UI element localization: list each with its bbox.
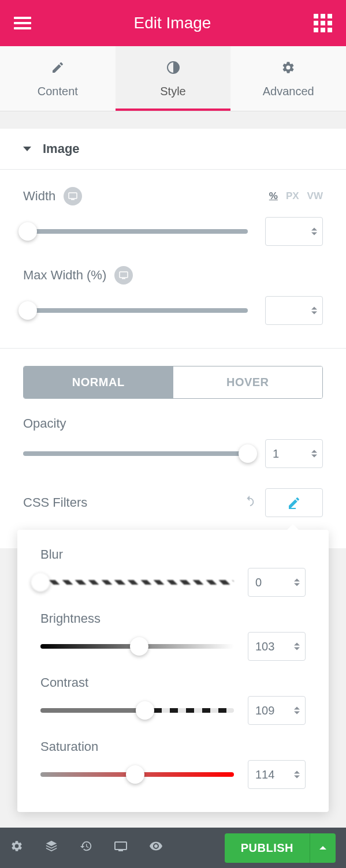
saturation-slider[interactable]	[40, 772, 234, 777]
width-label: Width	[23, 189, 55, 204]
tab-advanced-label: Advanced	[263, 85, 314, 98]
publish-button[interactable]: PUBLISH	[225, 833, 310, 863]
svg-rect-3	[120, 272, 128, 278]
brightness-input-wrap	[248, 632, 306, 661]
saturation-input-wrap	[248, 760, 306, 789]
max-width-slider[interactable]	[23, 308, 248, 313]
responsive-mode-icon[interactable]	[114, 840, 127, 855]
caret-down-icon	[23, 147, 31, 151]
css-filters-label: CSS Filters	[23, 495, 87, 510]
contrast-group: Contrast	[40, 675, 306, 725]
blur-input-wrap	[248, 568, 306, 597]
footer: PUBLISH	[0, 828, 346, 868]
state-tab-hover[interactable]: HOVER	[173, 366, 323, 398]
brightness-slider-thumb[interactable]	[130, 637, 148, 656]
preview-icon[interactable]	[149, 839, 163, 856]
section-title: Image	[43, 141, 80, 156]
section-header-image[interactable]: Image	[0, 129, 346, 169]
contrast-label: Contrast	[40, 675, 306, 690]
opacity-label: Opacity	[23, 416, 323, 431]
saturation-label: Saturation	[40, 739, 306, 754]
saturation-group: Saturation	[40, 739, 306, 789]
blur-label: Blur	[40, 547, 306, 562]
blur-slider-thumb[interactable]	[31, 573, 50, 592]
layers-icon[interactable]	[45, 840, 58, 856]
svg-rect-2	[71, 199, 75, 200]
header: Edit Image	[0, 0, 346, 46]
tab-advanced[interactable]: Advanced	[230, 46, 346, 111]
saturation-slider-row	[40, 760, 306, 789]
responsive-icon[interactable]	[64, 187, 82, 205]
css-filters-edit-button[interactable]	[265, 488, 323, 517]
tab-style-label: Style	[160, 85, 185, 98]
history-icon[interactable]	[80, 840, 92, 856]
spacer	[0, 111, 346, 129]
tab-style[interactable]: Style	[116, 46, 231, 111]
tab-content-label: Content	[38, 85, 78, 98]
apps-icon[interactable]	[314, 14, 332, 32]
max-width-slider-row	[23, 296, 323, 325]
header-title: Edit Image	[134, 14, 211, 32]
menu-icon[interactable]	[14, 17, 31, 29]
opacity-input-wrap	[265, 439, 323, 468]
opacity-slider-row	[23, 439, 323, 468]
gear-icon	[230, 61, 346, 78]
max-width-spinner[interactable]	[311, 307, 317, 315]
max-width-input-wrap	[265, 296, 323, 325]
caret-up-icon	[319, 846, 326, 850]
svg-rect-1	[69, 193, 77, 199]
saturation-slider-thumb[interactable]	[126, 765, 144, 784]
blur-spinner[interactable]	[294, 579, 300, 586]
css-filters-row: CSS Filters	[23, 488, 323, 517]
width-label-wrap: Width	[23, 187, 82, 205]
brightness-group: Brightness	[40, 611, 306, 661]
opacity-spinner[interactable]	[311, 450, 317, 458]
unit-px[interactable]: PX	[286, 190, 299, 202]
svg-rect-5	[289, 508, 296, 509]
state-section: NORMAL HOVER Opacity CSS Filters	[0, 349, 346, 540]
width-row: Width % PX VW	[23, 187, 323, 205]
pencil-icon	[0, 61, 116, 78]
opacity-slider-thumb[interactable]	[239, 444, 257, 463]
width-spinner[interactable]	[311, 228, 317, 235]
contrast-icon	[116, 61, 231, 78]
contrast-slider[interactable]	[40, 708, 234, 713]
width-input-wrap	[265, 217, 323, 246]
saturation-spinner[interactable]	[294, 771, 300, 779]
responsive-icon[interactable]	[114, 266, 133, 285]
max-width-slider-thumb[interactable]	[18, 301, 37, 320]
brightness-slider-row	[40, 632, 306, 661]
contrast-slider-row	[40, 696, 306, 725]
svg-rect-7	[118, 850, 123, 851]
svg-rect-6	[115, 842, 127, 850]
max-width-label-wrap: Max Width (%)	[23, 266, 133, 285]
contrast-spinner[interactable]	[294, 707, 300, 714]
brightness-slider[interactable]	[40, 644, 234, 649]
width-slider-thumb[interactable]	[18, 222, 37, 241]
opacity-slider[interactable]	[23, 451, 248, 456]
brightness-label: Brightness	[40, 611, 306, 626]
reset-icon[interactable]	[243, 495, 256, 511]
blur-slider-row	[40, 568, 306, 597]
max-width-label: Max Width (%)	[23, 268, 106, 283]
width-slider[interactable]	[23, 229, 248, 234]
blur-group: Blur	[40, 547, 306, 597]
tab-content[interactable]: Content	[0, 46, 116, 111]
width-slider-row	[23, 217, 323, 246]
blur-slider[interactable]	[40, 580, 234, 585]
contrast-input-wrap	[248, 696, 306, 725]
unit-percent[interactable]: %	[269, 190, 278, 202]
section-body: Width % PX VW Max Width (%)	[0, 169, 346, 349]
settings-icon[interactable]	[10, 840, 23, 856]
publish-more-button[interactable]	[310, 833, 336, 863]
unit-vw[interactable]: VW	[307, 190, 323, 202]
brightness-spinner[interactable]	[294, 643, 300, 650]
svg-rect-4	[122, 278, 125, 279]
tabs: Content Style Advanced	[0, 46, 346, 111]
contrast-slider-thumb[interactable]	[136, 701, 154, 720]
max-width-row: Max Width (%)	[23, 266, 323, 285]
state-tab-normal[interactable]: NORMAL	[24, 366, 173, 398]
css-filters-popover: Blur Brightness Contrast	[17, 530, 329, 812]
publish-wrap: PUBLISH	[225, 833, 336, 863]
state-tabs: NORMAL HOVER	[23, 366, 323, 399]
